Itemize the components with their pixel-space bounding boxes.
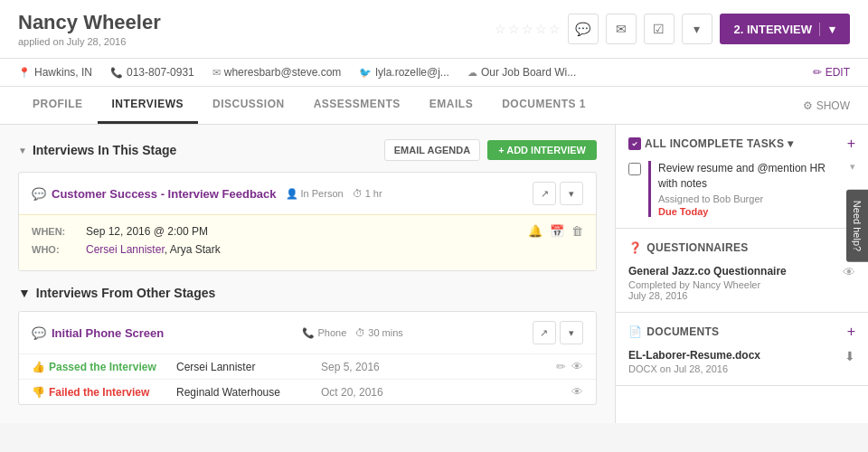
left-panel: ▼ Interviews In This Stage EMAIL AGENDA … (0, 125, 615, 423)
who-value: Cersei Lannister, Arya Stark (86, 243, 221, 256)
tab-discussion[interactable]: DISCUSSION (198, 87, 299, 124)
task-checkbox[interactable] (628, 163, 641, 175)
interview-card-header: 💬 Customer Success - Interview Feedback … (19, 173, 596, 214)
tasks-header: ALL INCOMPLETE TASKS ▾ + (628, 136, 855, 152)
toggle-icon[interactable]: ▼ (18, 146, 27, 155)
tab-emails[interactable]: EMAILS (415, 87, 487, 124)
failed-icon: 👎 (32, 386, 45, 399)
checklist-button[interactable]: ☑ (644, 14, 675, 44)
card-more-button[interactable]: ▾ (560, 182, 583, 205)
edit-button[interactable]: ✏ EDIT (813, 66, 850, 79)
location-icon: 📍 (18, 67, 31, 79)
phone-open-button[interactable]: ↗ (533, 321, 556, 344)
tasks-title-text: ALL INCOMPLETE TASKS (645, 137, 784, 150)
open-button[interactable]: ↗ (533, 182, 556, 205)
stage-button[interactable]: 2. INTERVIEW ▾ (720, 14, 850, 44)
task-due: Due Today (658, 206, 843, 217)
star-2[interactable]: ☆ (508, 22, 520, 36)
phone-type: 📞 Phone (302, 327, 346, 339)
task-dropdown[interactable]: ▾ (850, 161, 855, 173)
download-icon[interactable]: ⬇ (844, 349, 855, 363)
star-4[interactable]: ☆ (535, 22, 547, 36)
person-icon: 👤 (286, 188, 298, 200)
gear-icon: ⚙ (803, 99, 813, 112)
tasks-chevron[interactable]: ▾ (788, 137, 793, 150)
star-3[interactable]: ☆ (522, 22, 533, 36)
documents-section: 📄 DOCUMENTS + EL-Laborer-Resume.docx DOC… (616, 313, 868, 386)
edit-icon-1[interactable]: ✏ (556, 360, 566, 373)
phone-screen-header: 💬 Initial Phone Screen 📞 Phone ⏱ 30 mins (19, 312, 596, 353)
bell-icon[interactable]: 🔔 (528, 224, 542, 238)
star-1[interactable]: ☆ (495, 22, 506, 36)
calendar-icon[interactable]: 📅 (550, 224, 564, 238)
who-link-2: Arya Stark (170, 243, 221, 256)
tab-profile[interactable]: PROFILE (18, 87, 98, 124)
star-rating[interactable]: ☆ ☆ ☆ ☆ ☆ (495, 22, 561, 36)
question-icon: ❓ (628, 241, 642, 254)
phone-icon-2: 📞 (302, 327, 315, 339)
jobboard-text: Our Job Board Wi... (481, 66, 576, 79)
email-icon: ✉ (212, 67, 221, 79)
tab-documents[interactable]: DOCUMENTS 1 (487, 87, 600, 124)
chat-icon-2: 💬 (32, 326, 46, 340)
comment-button[interactable]: 💬 (568, 14, 599, 44)
phone-item: 📞 013-807-0931 (110, 66, 194, 79)
email-text: wheresbarb@steve.com (224, 66, 342, 79)
feedback-name-2: Reginald Waterhouse (176, 386, 321, 399)
trash-icon[interactable]: 🗑 (571, 224, 583, 238)
task-text: Review resume and @mention HR with notes (658, 161, 843, 192)
social-text: lyla.rozelle@j... (375, 66, 449, 79)
phone-screen-title-text: Initial Phone Screen (52, 326, 164, 340)
card-actions: ↗ ▾ (533, 182, 583, 205)
view-icon-1[interactable]: 👁 (571, 360, 583, 373)
passed-text: Passed the Interview (49, 361, 156, 373)
more-button[interactable]: ▾ (682, 14, 712, 44)
tasks-add-button[interactable]: + (847, 136, 855, 152)
passed-icon: 👍 (32, 361, 45, 373)
phone-icon: 📞 (110, 67, 123, 79)
candidate-name: Nancy Wheeler (18, 11, 161, 34)
questionnaires-section: ❓ QUESTIONNAIRES + General Jazz.co Quest… (616, 229, 868, 313)
edit-label: EDIT (826, 66, 850, 79)
social-item: 🐦 lyla.rozelle@j... (359, 66, 449, 79)
show-settings[interactable]: ⚙ SHOW (803, 89, 850, 123)
feedback-row-1: 👍 Passed the Interview Cersei Lannister … (19, 353, 596, 379)
phone-screen-title[interactable]: 💬 Initial Phone Screen (32, 326, 164, 340)
questionnaire-title: General Jazz.co Questionnaire (628, 265, 787, 278)
interview-type-text: In Person (301, 188, 344, 199)
view-icon-2[interactable]: 👁 (571, 385, 583, 399)
phone-duration-text: 30 mins (368, 327, 403, 338)
questionnaires-header: ❓ QUESTIONNAIRES + (628, 240, 855, 256)
other-stages-toggle[interactable]: ▼ (18, 286, 31, 300)
when-value: Sep 12, 2016 @ 2:00 PM (86, 225, 208, 238)
star-5[interactable]: ☆ (549, 22, 561, 36)
need-help-button[interactable]: Need help? (846, 190, 868, 262)
phone-screen-meta: 📞 Phone ⏱ 30 mins (302, 327, 402, 339)
task-content: Review resume and @mention HR with notes… (648, 161, 843, 217)
section-title-text: Interviews In This Stage (33, 143, 177, 157)
phone-more-button[interactable]: ▾ (560, 321, 583, 344)
document-type: DOCX on Jul 28, 2016 (628, 363, 760, 374)
feedback-icons-2: 👁 (571, 385, 583, 399)
interview-title-group: 💬 Customer Success - Interview Feedback … (32, 187, 382, 201)
interview-title-text: Customer Success - Interview Feedback (52, 187, 277, 201)
interviews-section-title: ▼ Interviews In This Stage (18, 143, 176, 157)
email-button[interactable]: ✉ (606, 14, 637, 44)
interview-duration-text: 1 hr (365, 188, 382, 199)
tab-interviews[interactable]: INTERVIEWS (98, 87, 198, 124)
who-link-1[interactable]: Cersei Lannister (86, 243, 165, 256)
documents-add-button[interactable]: + (847, 324, 855, 340)
feedback-status-1: 👍 Passed the Interview (32, 361, 176, 373)
phone-text: 013-807-0931 (127, 66, 194, 79)
feedback-date-1: Sep 5, 2016 (321, 361, 556, 373)
eye-icon[interactable]: 👁 (843, 265, 855, 279)
questionnaires-title: ❓ QUESTIONNAIRES (628, 241, 749, 254)
top-bar: Nancy Wheeler applied on July 28, 2016 ☆… (0, 0, 868, 59)
meta-bar: 📍 Hawkins, IN 📞 013-807-0931 ✉ wheresbar… (0, 59, 868, 87)
tab-assessments[interactable]: ASSESSMENTS (299, 87, 415, 124)
questionnaire-info: General Jazz.co Questionnaire Completed … (628, 265, 787, 301)
interview-title[interactable]: 💬 Customer Success - Interview Feedback (32, 187, 277, 201)
email-agenda-button[interactable]: EMAIL AGENDA (384, 139, 480, 161)
phone-screen-card: 💬 Initial Phone Screen 📞 Phone ⏱ 30 mins (18, 311, 597, 405)
add-interview-button[interactable]: + ADD INTERVIEW (487, 140, 597, 160)
